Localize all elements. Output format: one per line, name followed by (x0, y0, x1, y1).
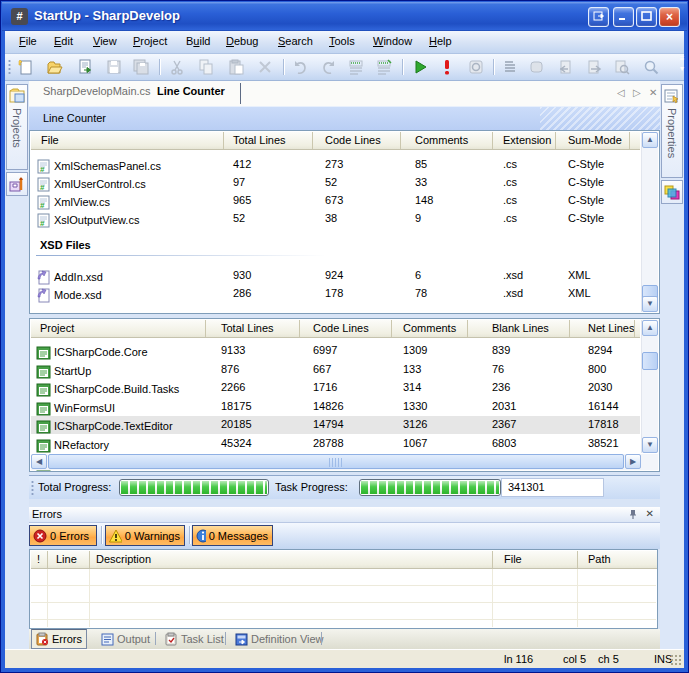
file-row[interactable]: #XmlSchemasPanel.cs 412 273 85 .cs C-Sty… (31, 156, 640, 174)
scroll-right-icon[interactable]: ▶ (625, 454, 641, 469)
file-row[interactable]: Mode.xsd 286 178 78 .xsd XML (31, 285, 640, 303)
col-extension[interactable]: Extension (493, 132, 556, 149)
scroll-thumb[interactable] (48, 454, 624, 469)
scroll-up-icon[interactable]: ▲ (642, 132, 658, 148)
redo-icon[interactable] (320, 58, 339, 77)
col-severity[interactable]: ! (31, 551, 48, 568)
file-row[interactable]: AddIn.xsd 930 924 6 .xsd XML (31, 267, 640, 285)
col-path[interactable]: Path (578, 551, 657, 568)
errors-filter-button[interactable]: 0 Errors (29, 525, 97, 546)
scroll-thumb[interactable] (642, 352, 658, 370)
menu-help[interactable]: Help (429, 35, 452, 47)
scroll-left-icon[interactable]: ◀ (31, 454, 47, 469)
build-icon[interactable] (438, 58, 457, 77)
find-in-files-icon[interactable] (613, 58, 632, 77)
run-icon[interactable] (411, 58, 430, 77)
menu-tools[interactable]: Tools (329, 35, 355, 47)
toolbar-grip[interactable] (8, 59, 11, 76)
copy-icon[interactable] (197, 58, 216, 77)
properties-dock-tab[interactable]: Properties (661, 84, 683, 178)
menu-view[interactable]: View (93, 35, 117, 47)
col-file[interactable]: File (493, 551, 578, 568)
undo-icon[interactable] (291, 58, 310, 77)
file-row[interactable]: #XmlUserControl.cs 97 52 33 .cs C-Style (31, 174, 640, 192)
scroll-down-icon[interactable]: ▼ (642, 437, 658, 453)
menu-file[interactable]: File (19, 35, 37, 47)
close-panel-icon[interactable]: ✕ (646, 508, 654, 519)
right-dock-strip: Properties (660, 81, 684, 649)
square-icon[interactable] (528, 58, 547, 77)
minimize-button[interactable] (613, 7, 634, 27)
resize-grip[interactable] (670, 654, 682, 666)
save-all-icon[interactable] (132, 58, 151, 77)
undock-button[interactable] (588, 7, 609, 27)
menu-build[interactable]: Build (186, 35, 210, 47)
file-row[interactable]: #XmlView.cs 965 673 148 .cs C-Style (31, 192, 640, 210)
project-row[interactable]: NRefactory 45324 28788 1067 6803 38521 (31, 435, 640, 453)
new-file-icon[interactable] (17, 58, 36, 77)
delete-icon[interactable] (256, 58, 275, 77)
scroll-up-icon[interactable]: ▲ (642, 320, 658, 336)
scroll-down-icon[interactable]: ▼ (642, 296, 658, 312)
col-file[interactable]: File (31, 132, 224, 149)
tab-output[interactable]: Output (97, 629, 154, 649)
projects-table-scrollbar[interactable]: ▲ ▼ (641, 320, 658, 453)
tab-task-list[interactable]: Task List (161, 629, 228, 649)
uncomment-region-icon[interactable] (375, 58, 394, 77)
project-row-selected[interactable]: ICSharpCode.TextEditor 20185 14794 3126 … (31, 416, 640, 434)
warnings-filter-button[interactable]: 0 Warnings (105, 525, 185, 546)
col-sum-mode[interactable]: Sum-Mode (556, 132, 630, 149)
tab-scroll-left-icon[interactable]: ◁ (617, 87, 625, 98)
menu-debug[interactable]: Debug (226, 35, 258, 47)
col-net-lines[interactable]: Net Lines (570, 320, 635, 337)
menu-window[interactable]: Window (373, 35, 412, 47)
comment-region-icon[interactable] (347, 58, 366, 77)
project-row[interactable]: ICSharpCode.Core 9133 6997 1309 839 8294 (31, 342, 640, 360)
save-icon[interactable] (105, 58, 124, 77)
menu-search[interactable]: Search (278, 35, 313, 47)
messages-filter-button[interactable]: 0 Messages (192, 525, 273, 546)
maximize-button[interactable] (636, 7, 657, 27)
col-code-lines[interactable]: Code Lines (313, 132, 401, 149)
tools-dock-tab[interactable] (6, 172, 28, 196)
projects-dock-tab[interactable]: Projects (6, 84, 28, 170)
col-code-lines[interactable]: Code Lines (300, 320, 392, 337)
project-row[interactable]: ICSharpCode.Build.Tasks 2266 1716 314 23… (31, 379, 640, 397)
col-comments[interactable]: Comments (392, 320, 468, 337)
pin-icon[interactable] (628, 508, 638, 522)
toolbar-overflow-icon[interactable]: ≡▾ (676, 54, 688, 81)
stop-icon[interactable] (467, 58, 486, 77)
col-blank-lines[interactable]: Blank Lines (468, 320, 570, 337)
title-bar: # StartUp - SharpDevelop × (2, 2, 687, 31)
tab-scroll-right-icon[interactable]: ▷ (633, 87, 641, 98)
col-line[interactable]: Line (48, 551, 90, 568)
search-icon[interactable] (642, 58, 661, 77)
tab-sharpdevelopmain[interactable]: SharpDevelopMain.cs (43, 85, 151, 97)
project-row[interactable]: WinFormsUI 18175 14826 1330 2031 16144 (31, 398, 640, 416)
col-total-lines[interactable]: Total Lines (224, 132, 313, 149)
tab-close-icon[interactable]: ✕ (649, 87, 657, 98)
open-icon[interactable] (46, 58, 65, 77)
files-table-scrollbar[interactable]: ▲ ▼ (641, 132, 658, 312)
open-file-icon[interactable] (76, 58, 95, 77)
book-next-icon[interactable] (585, 58, 604, 77)
col-total-lines[interactable]: Total Lines (206, 320, 300, 337)
tab-definition-view[interactable]: Definition View (231, 629, 328, 649)
project-row[interactable]: StartUp 876 667 133 76 800 (31, 361, 640, 379)
list-icon[interactable] (501, 58, 520, 77)
book-prev-icon[interactable] (557, 58, 576, 77)
col-project[interactable]: Project (31, 320, 206, 337)
file-row[interactable]: #XslOutputView.cs 52 38 9 .cs C-Style (31, 210, 640, 228)
col-description[interactable]: Description (90, 551, 493, 568)
horizontal-scrollbar[interactable]: ◀ ▶ (31, 454, 658, 470)
toolbox-dock-tab[interactable] (661, 180, 683, 204)
col-comments[interactable]: Comments (401, 132, 493, 149)
paste-icon[interactable] (227, 58, 246, 77)
tab-errors[interactable]: Errors (31, 629, 87, 649)
close-button[interactable]: × (659, 7, 680, 27)
menu-project[interactable]: Project (133, 35, 167, 47)
cut-icon[interactable] (168, 58, 187, 77)
tab-line-counter[interactable]: Line Counter (157, 85, 225, 97)
line-counter-header: Line Counter (29, 106, 660, 130)
menu-edit[interactable]: Edit (54, 35, 73, 47)
